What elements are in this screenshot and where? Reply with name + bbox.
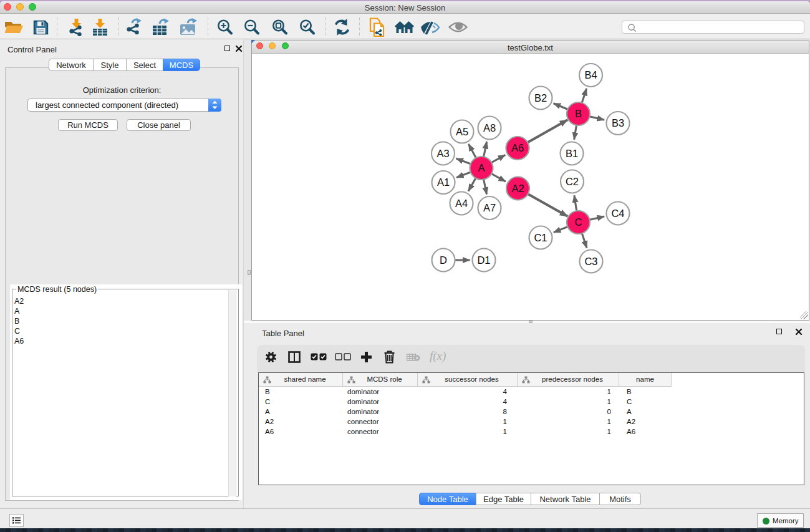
svg-text:A8: A8 — [483, 122, 496, 133]
svg-text:B1: B1 — [566, 148, 578, 159]
svg-text:A: A — [478, 162, 485, 173]
svg-text:B3: B3 — [612, 117, 624, 128]
svg-text:A7: A7 — [483, 202, 496, 213]
svg-text:C3: C3 — [584, 256, 597, 267]
svg-text:B: B — [575, 108, 582, 119]
svg-text:C: C — [575, 216, 582, 228]
svg-text:A3: A3 — [436, 148, 449, 159]
svg-text:B4: B4 — [584, 69, 597, 80]
svg-text:C1: C1 — [534, 232, 547, 243]
svg-text:A5: A5 — [456, 126, 468, 137]
svg-text:A2: A2 — [511, 183, 524, 194]
svg-text:B2: B2 — [534, 92, 547, 104]
svg-text:A6: A6 — [511, 142, 524, 153]
svg-text:C2: C2 — [566, 176, 579, 187]
svg-text:D: D — [440, 254, 447, 266]
svg-text:C4: C4 — [611, 208, 624, 219]
svg-text:A4: A4 — [455, 198, 468, 209]
svg-text:A1: A1 — [437, 177, 450, 188]
svg-text:D1: D1 — [477, 254, 490, 266]
